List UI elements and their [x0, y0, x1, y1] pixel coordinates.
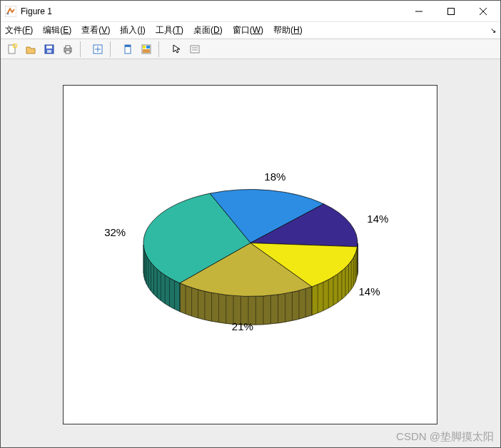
menu-window[interactable]: 窗口(W)	[233, 24, 263, 36]
titlebar: Figure 1	[1, 1, 500, 22]
menu-insert[interactable]: 插入(I)	[120, 24, 145, 36]
svg-rect-18	[143, 46, 146, 49]
toolbar	[1, 39, 500, 59]
maximize-button[interactable]	[435, 1, 467, 21]
close-button[interactable]	[467, 1, 499, 21]
menu-file[interactable]: 文件(F)	[5, 24, 33, 36]
svg-rect-9	[46, 46, 52, 49]
pie-label: 18%	[264, 170, 285, 183]
menu-tools[interactable]: 工具(T)	[156, 24, 183, 36]
colorbar-button[interactable]	[138, 41, 155, 58]
pie-label: 14%	[367, 213, 388, 225]
toolbar-separator	[158, 41, 164, 57]
pie-label: 14%	[359, 285, 380, 297]
matlab-icon	[5, 6, 16, 17]
legend-button[interactable]	[186, 41, 203, 58]
svg-rect-19	[146, 46, 150, 49]
toolbar-separator	[110, 41, 116, 57]
datacursor-button[interactable]	[119, 41, 136, 58]
svg-rect-21	[191, 46, 199, 53]
toolbar-separator	[80, 41, 86, 57]
menu-view[interactable]: 查看(V)	[81, 24, 110, 36]
link-button[interactable]	[89, 41, 106, 58]
menu-desktop[interactable]: 桌面(D)	[193, 24, 223, 36]
axes: 21%32%18%14%14%	[63, 85, 437, 424]
svg-rect-0	[5, 6, 16, 17]
menubar: 文件(F) 编辑(E) 查看(V) 插入(I) 工具(T) 桌面(D) 窗口(W…	[1, 22, 500, 39]
figure-window: Figure 1 文件(F) 编辑(E) 查看(V) 插入(I) 工具(T) 桌…	[0, 0, 501, 448]
minimize-button[interactable]	[403, 1, 435, 21]
save-button[interactable]	[41, 41, 58, 58]
menu-help[interactable]: 帮助(H)	[273, 24, 303, 36]
svg-rect-12	[66, 46, 70, 49]
menu-edit[interactable]: 编辑(E)	[43, 24, 71, 36]
pie-label: 21%	[232, 320, 253, 332]
print-button[interactable]	[59, 41, 76, 58]
pie-label: 32%	[104, 226, 126, 238]
new-button[interactable]	[4, 41, 21, 58]
open-button[interactable]	[22, 41, 39, 58]
window-title: Figure 1	[21, 6, 403, 16]
pointer-button[interactable]	[168, 41, 185, 58]
svg-rect-5	[9, 45, 15, 54]
svg-rect-20	[143, 49, 150, 53]
svg-rect-2	[447, 8, 454, 14]
figure-canvas: 21%32%18%14%14%	[1, 59, 500, 447]
svg-rect-13	[66, 51, 70, 54]
menu-overflow-icon[interactable]: ↘	[490, 26, 496, 34]
window-buttons	[403, 1, 499, 21]
svg-rect-16	[125, 45, 131, 47]
svg-rect-10	[47, 50, 51, 53]
